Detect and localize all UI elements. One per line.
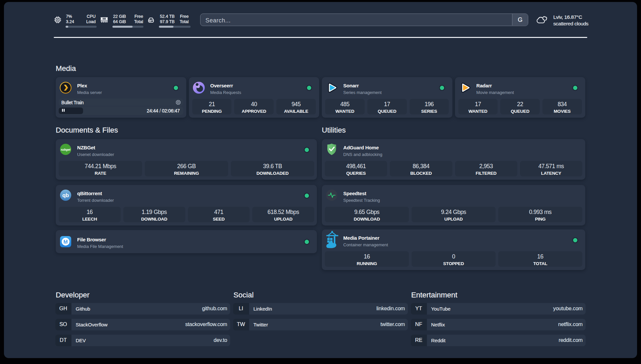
svg-text:qb: qb (62, 192, 69, 198)
svg-text:nzbget: nzbget (61, 148, 71, 151)
